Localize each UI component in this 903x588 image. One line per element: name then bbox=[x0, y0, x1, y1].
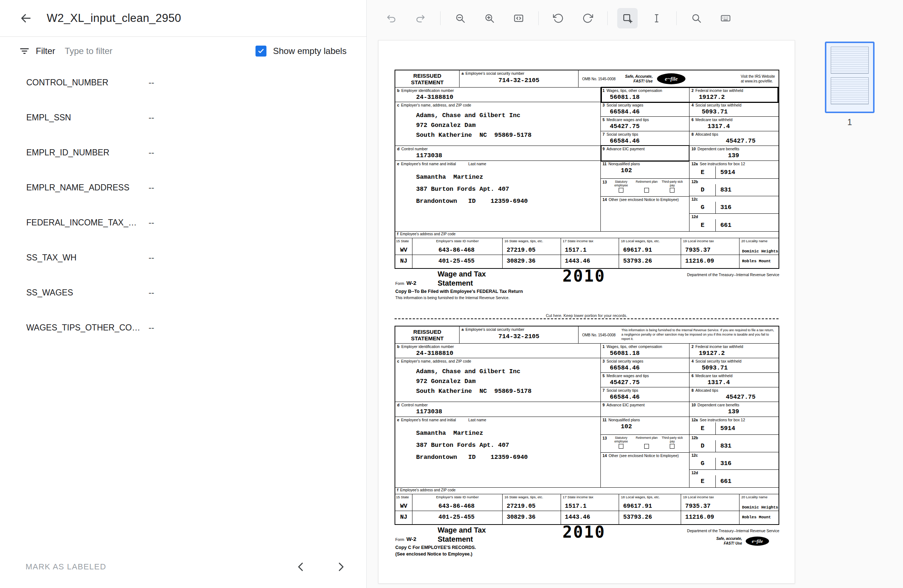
w2-copy-c: REISSUED STATEMENT aEmployee's social se… bbox=[395, 326, 779, 560]
omb-number: OMB No. 1545-0008 bbox=[582, 333, 616, 337]
employer-name: Adams, Chase and Gilbert Inc bbox=[397, 111, 599, 121]
w2-box-8: 8Allocated tips 45427.75 bbox=[689, 131, 779, 146]
back-button[interactable] bbox=[17, 10, 34, 27]
label-name: EMPLR_ID_NUMBER bbox=[26, 148, 149, 158]
search-button[interactable] bbox=[686, 8, 706, 28]
text-cursor-button[interactable] bbox=[647, 8, 667, 28]
box10-value: 139 bbox=[691, 152, 777, 159]
w2-box-12b: 12b D831 bbox=[689, 435, 779, 452]
w2-box-12c: 12c G316 bbox=[689, 196, 779, 214]
w2-box-d-control-number: dControl number 1173038 bbox=[395, 402, 601, 417]
label-list-item[interactable]: SS_WAGES -- bbox=[0, 275, 367, 310]
w2-box-d-control-number: dControl number 1173038 bbox=[395, 146, 601, 161]
third-party-sick-pay-checkbox bbox=[670, 444, 675, 448]
w2-box-12c: 12c G316 bbox=[689, 452, 779, 470]
label-list-item[interactable]: EMPLR_NAME_ADDRESS -- bbox=[0, 170, 367, 205]
form-title: Wage and Tax Statement bbox=[437, 525, 486, 544]
w2-box-e-employee: eEmployee's first name and initial Last … bbox=[395, 161, 601, 232]
box-a-label: aEmployee's social security number bbox=[461, 327, 576, 332]
w2-box-15-state: 15 State WV bbox=[395, 238, 412, 255]
panel-header: W2_XL_input_clean_2950 bbox=[0, 0, 367, 37]
employer-street: 972 Gonzalez Dam bbox=[397, 121, 599, 130]
box2-value: 19127.2 bbox=[691, 350, 777, 357]
zoom-out-button[interactable] bbox=[450, 8, 470, 28]
chevron-left-icon bbox=[294, 561, 307, 573]
arrow-back-icon bbox=[20, 12, 32, 24]
retirement-plan-checkbox bbox=[644, 444, 649, 448]
label-list-item[interactable]: EMPLR_ID_NUMBER -- bbox=[0, 135, 367, 170]
employer-street: 972 Gonzalez Dam bbox=[397, 376, 599, 386]
code-region-button[interactable] bbox=[508, 8, 529, 28]
filter-input[interactable] bbox=[64, 46, 185, 56]
label-list-item[interactable]: SS_TAX_WH -- bbox=[0, 240, 367, 275]
show-empty-labels-toggle[interactable]: Show empty labels bbox=[255, 45, 346, 56]
labels-panel: W2_XL_input_clean_2950 Filter Show empty… bbox=[0, 0, 367, 588]
label-list-item[interactable]: EMPL_SSN -- bbox=[0, 100, 367, 135]
statutory-employee-checkbox bbox=[619, 444, 623, 448]
label-name: EMPL_SSN bbox=[26, 113, 149, 122]
w2-box-10: 10Dependent care benefits 139 bbox=[689, 402, 779, 417]
efile-logo: e~file bbox=[657, 73, 686, 84]
w2-box-c-employer: cEmployer's name, address, and ZIP code … bbox=[395, 358, 601, 402]
box11-value: 102 bbox=[603, 167, 687, 174]
reissued-line: STATEMENT bbox=[411, 335, 444, 342]
statutory-employee-checkbox bbox=[619, 188, 623, 193]
rotate-left-button[interactable] bbox=[548, 8, 569, 28]
checkmark-icon bbox=[257, 47, 265, 55]
text-cursor-icon bbox=[651, 13, 662, 24]
add-bounding-box-button[interactable] bbox=[617, 8, 638, 28]
label-name: EMPLR_NAME_ADDRESS bbox=[26, 183, 149, 193]
treasury-line: Department of the Treasury--Internal Rev… bbox=[687, 528, 779, 533]
w2-table: REISSUED STATEMENT aEmployee's social se… bbox=[395, 70, 779, 269]
w2-form: REISSUED STATEMENT aEmployee's social se… bbox=[395, 70, 779, 304]
reissued-statement-box: REISSUED STATEMENT bbox=[395, 326, 459, 343]
reissued-line: STATEMENT bbox=[411, 79, 444, 86]
employee-street: 387 Burton Fords Apt. 407 bbox=[397, 439, 599, 451]
box12d-value: 661 bbox=[716, 219, 732, 231]
label-name: SS_TAX_WH bbox=[26, 253, 149, 263]
ein-value: 24-3188810 bbox=[397, 350, 599, 357]
next-page-button[interactable] bbox=[332, 558, 349, 575]
box8-value: 45427.75 bbox=[691, 394, 777, 401]
w2-box-12d: 12d E661 bbox=[689, 470, 779, 488]
w2-box-19: 19 Local income tax 7935.37 bbox=[681, 238, 739, 255]
mark-as-labeled-button[interactable]: MARK AS LABELED bbox=[25, 562, 106, 572]
previous-page-button[interactable] bbox=[293, 558, 309, 575]
document-toolbar bbox=[377, 0, 740, 36]
show-empty-labels-checkbox[interactable] bbox=[255, 45, 266, 56]
w2-box-14: 14Other (see enclosed Notice to Employee… bbox=[601, 197, 690, 232]
irs-website-note: Visit the IRS Website at www.irs.gov/efi… bbox=[741, 74, 775, 83]
w2-box-e-employee: eEmployee's first name and initial Last … bbox=[395, 417, 601, 488]
ein-value: 24-3188810 bbox=[397, 94, 599, 101]
tax-year: 2010 bbox=[562, 523, 606, 541]
w2-box-15-state-id: Employer's state ID number 643-86-468 bbox=[412, 494, 503, 511]
box4-value: 5093.71 bbox=[691, 364, 777, 372]
rotate-right-button[interactable] bbox=[577, 8, 598, 28]
document-canvas[interactable]: REISSUED STATEMENT aEmployee's social se… bbox=[378, 40, 795, 583]
redo-icon bbox=[415, 13, 426, 24]
page-thumbnail-1[interactable] bbox=[825, 42, 875, 113]
undo-button[interactable] bbox=[381, 8, 401, 28]
w2-box-20: 20 Locality name Dominic Heights bbox=[739, 494, 779, 511]
w2-box-1: 1Wages, tips, other compensation 56081.1… bbox=[601, 88, 690, 102]
label-list-item[interactable]: FEDERAL_INCOME_TAX_… -- bbox=[0, 205, 367, 240]
label-name: SS_WAGES bbox=[26, 288, 149, 298]
box12b-value: 831 bbox=[716, 184, 732, 196]
zoom-out-icon bbox=[455, 13, 466, 24]
rotate-left-icon bbox=[553, 13, 564, 24]
label-list-item[interactable]: CONTROL_NUMBER -- bbox=[0, 65, 367, 100]
employee-city: Brandontown ID 12359-6940 bbox=[397, 196, 599, 207]
pager bbox=[293, 558, 349, 575]
box5-value: 45427.75 bbox=[603, 123, 687, 130]
label-list-item[interactable]: WAGES_TIPS_OTHER_CO… -- bbox=[0, 310, 367, 345]
w2-box-13: 13 Statutory employee Retirement plan Th… bbox=[601, 179, 690, 197]
w2-box-12a: 12aSee instructions for box 12 E5914 bbox=[689, 161, 779, 179]
code-region-icon bbox=[513, 13, 524, 24]
copy-designation: Copy B--To Be Filed with Employee's FEDE… bbox=[395, 289, 523, 294]
zoom-in-button[interactable] bbox=[479, 8, 500, 28]
w2-box-2: 2Federal income tax withheld 19127.2 bbox=[689, 343, 779, 358]
keyboard-button[interactable] bbox=[716, 8, 736, 28]
copy-designation: Copy C For EMPLOYEE'S RECORDS. bbox=[395, 545, 476, 550]
filter-list-icon bbox=[19, 45, 30, 56]
redo-button[interactable] bbox=[410, 8, 431, 28]
